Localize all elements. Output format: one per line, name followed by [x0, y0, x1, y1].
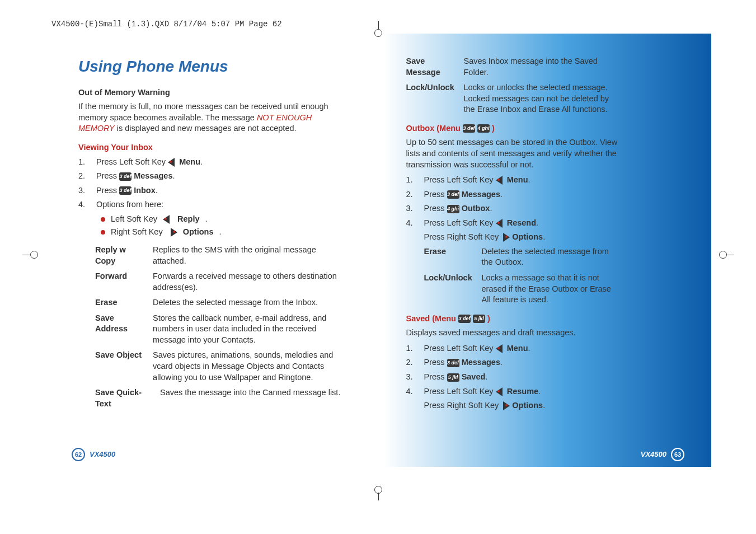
step-number-empty [406, 400, 415, 411]
step-number: 4. [78, 199, 87, 210]
s1-bold: Menu [507, 344, 528, 353]
def-term: Erase [95, 297, 148, 308]
def-desc: Saves pictures, animations, sounds, melo… [153, 350, 350, 383]
period: . [543, 232, 545, 241]
right-content: Save Message Saves Inbox message into th… [406, 56, 618, 411]
bullet-icon [101, 217, 105, 222]
def-desc: Saves Inbox message into the Saved Folde… [464, 56, 618, 78]
step-number: 1. [78, 157, 87, 168]
saved-paragraph: Displays saved messages and draft messag… [406, 327, 618, 339]
outbox-step-3: 3. Press 4 ghi Outbox. [406, 203, 618, 214]
sub1-pre: Left Soft Key [111, 214, 157, 225]
period: . [219, 227, 221, 238]
def-save-quick-text: Save Quick-Text Saves the message into t… [95, 387, 350, 409]
key-5-icon: 5 jkl [447, 373, 459, 382]
step3-pre: Press [96, 186, 119, 195]
def-term: Lock/Unlock [406, 82, 459, 115]
period: . [536, 218, 538, 227]
step-number-empty [406, 232, 415, 243]
period: . [500, 190, 503, 199]
step-1: 1. Press Left Soft Key Menu. [78, 157, 350, 168]
period: . [528, 344, 530, 353]
s4b-pre: Press Right Soft Key [424, 401, 501, 410]
period: . [543, 401, 545, 410]
step-number: 2. [78, 171, 87, 182]
o3-pre: Press [424, 204, 447, 213]
step-4: 4. Options from here: [78, 199, 350, 210]
model-label: VX4500 [641, 449, 666, 460]
s1-pre: Press Left Soft Key [424, 344, 496, 353]
o4b-pre: Press Right Soft Key [424, 232, 501, 241]
saved-step-3: 3. Press 5 jkl Saved. [406, 372, 618, 383]
heading-inbox: Viewing Your Inbox [78, 142, 350, 153]
step-2: 2. Press 3 def Messages. [78, 171, 350, 182]
page-number-left: 62 [72, 448, 85, 461]
step-number: 2. [406, 189, 415, 200]
key-4-icon: 4 ghi [477, 124, 490, 133]
def-reply-w-copy: Reply w Copy Replies to the SMS with the… [95, 245, 350, 266]
page-number-right: 63 [671, 448, 684, 461]
def-term: Erase [424, 246, 477, 268]
step-text: Press Left Soft Key Menu. [424, 175, 618, 186]
def-forward: Forward Forwards a received message to o… [95, 271, 350, 293]
def-desc: Deletes the selected message from the In… [153, 297, 350, 308]
key-3-icon: 3 def [447, 190, 459, 199]
def-desc: Forwards a received message to others de… [153, 271, 350, 293]
page-title: Using Phone Menus [78, 56, 350, 77]
step-text: Options from here: [96, 199, 350, 210]
key-3-icon: 3 def [119, 172, 132, 181]
period: . [500, 358, 503, 367]
def-desc: Saves the message into the Canned messag… [160, 387, 350, 409]
period: . [200, 157, 203, 166]
step-text: Press 3 def Inbox. [96, 185, 350, 196]
step-text: Press Right Soft Key Options. [424, 400, 618, 411]
def-save-message: Save Message Saves Inbox message into th… [406, 56, 618, 78]
def-desc: Deletes the selected message from the Ou… [482, 246, 618, 268]
step2-bold: Messages [134, 171, 172, 180]
bullet-icon [101, 230, 105, 235]
s4-pre: Press Left Soft Key [424, 387, 496, 396]
def-erase: Erase Deletes the selected message from … [95, 297, 350, 308]
left-soft-key-icon [496, 176, 505, 185]
saved-post: ) [485, 314, 490, 323]
o4b-bold: Options [512, 232, 543, 241]
o1-bold: Menu [507, 175, 528, 184]
crop-mark-right-icon [717, 246, 734, 263]
step-number: 3. [406, 372, 415, 383]
page-left: Using Phone Menus Out of Memory Warning … [45, 34, 384, 467]
oom-paragraph: If the memory is full, no more messages … [78, 101, 350, 134]
def-save-address: Save Address Stores the callback number,… [95, 313, 350, 346]
step2-pre: Press [96, 171, 119, 180]
heading-saved: Saved (Menu 3 def 5 jkl ) [406, 313, 618, 325]
period: . [156, 186, 158, 195]
footer-left: 62 VX4500 [72, 448, 115, 461]
step-text: Press Left Soft Key Menu. [424, 343, 618, 354]
outbox-step-2: 2. Press 3 def Messages. [406, 189, 618, 200]
key-3-icon: 3 def [119, 186, 132, 195]
saved-pre: Saved (Menu [406, 314, 458, 323]
step-text: Press 3 def Messages. [424, 357, 618, 368]
key-3-icon: 3 def [458, 315, 471, 323]
outbox-step-4b: Press Right Soft Key Options. [406, 232, 618, 243]
step-3: 3. Press 3 def Inbox. [78, 185, 350, 196]
step-text: Press Left Soft Key Resend. [424, 218, 618, 229]
def-term: Lock/Unlock [424, 273, 477, 306]
left-soft-key-icon [163, 215, 172, 224]
saved-step-2: 2. Press 3 def Messages. [406, 357, 618, 368]
s3-bold: Saved [462, 372, 486, 381]
def-term: Save Message [406, 56, 459, 78]
left-soft-key-icon [496, 344, 505, 353]
step-number: 3. [406, 203, 415, 214]
step-text: Press 3 def Messages. [424, 189, 618, 200]
heading-oom: Out of Memory Warning [78, 87, 350, 99]
step-text: Press Right Soft Key Options. [424, 232, 618, 243]
crop-mark-bottom-icon [370, 484, 387, 500]
left-soft-key-icon [496, 387, 505, 396]
s2-bold: Messages [462, 358, 500, 367]
key-3-icon: 3 def [447, 359, 459, 367]
def-lock-unlock-inbox: Lock/Unlock Locks or unlocks the selecte… [406, 82, 618, 115]
right-soft-key-icon [501, 233, 510, 242]
key-3-icon: 3 def [463, 124, 475, 133]
sub-option-options: Right Soft Key Options. [101, 227, 350, 238]
crop-mark-left-icon [22, 246, 39, 263]
